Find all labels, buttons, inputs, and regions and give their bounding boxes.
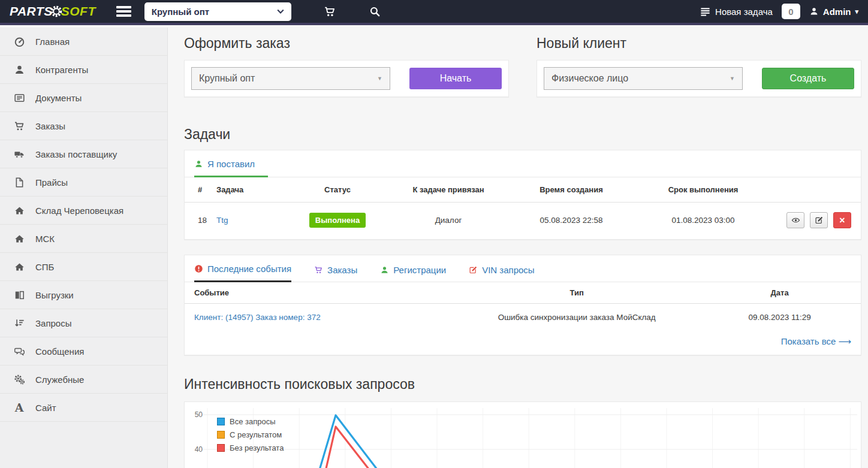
home-icon — [13, 261, 26, 273]
sidebar-item-service[interactable]: Служебные — [0, 366, 167, 394]
chevron-down-icon — [277, 9, 284, 14]
client-type-select[interactable]: Физическое лицо ▼ — [544, 67, 743, 90]
shop-select[interactable]: Крупный опт — [144, 2, 291, 21]
sidebar-item-msk[interactable]: МСК — [0, 225, 167, 253]
sort-icon — [13, 318, 26, 329]
task-count-badge[interactable]: 0 — [782, 4, 800, 19]
user-icon — [809, 7, 819, 16]
new-task-label: Новая задача — [715, 7, 773, 17]
legend-item-with-result[interactable]: С результатом — [217, 430, 284, 439]
shop-select-value: Крупный опт — [152, 7, 209, 17]
event-date: 09.08.2023 11:29 — [698, 304, 861, 337]
sidebar-item-pricelists[interactable]: Прайсы — [0, 168, 167, 197]
cart-icon[interactable] — [324, 5, 336, 18]
search-intensity-plot — [185, 402, 861, 468]
tab-i-assigned[interactable]: Я поставил — [194, 159, 268, 177]
sidebar-item-warehouse-cherepovetskaya[interactable]: Склад Череповецкая — [0, 197, 167, 225]
user-icon — [13, 64, 26, 76]
tab-vin-requests[interactable]: VIN запросы — [469, 264, 534, 282]
caret-down-icon: ▼ — [377, 76, 382, 81]
sidebar-nav: Главная Контрагенты Документы Заказы Зак… — [0, 28, 168, 468]
sidebar-item-messages[interactable]: Сообщения — [0, 337, 167, 366]
caret-down-icon: ▼ — [730, 76, 735, 81]
legend-swatch-blue — [217, 418, 225, 425]
sidebar-item-documents[interactable]: Документы — [0, 84, 167, 112]
delete-task-button[interactable]: × — [833, 212, 851, 228]
sidebar-item-exports[interactable]: Выгрузки — [0, 281, 167, 309]
tab-registrations[interactable]: Регистрации — [380, 264, 446, 282]
col-status: Статус — [278, 177, 397, 203]
quick-order-card: Крупный опт ▼ Начать — [184, 60, 509, 97]
admin-user-menu[interactable]: Admin ▾ — [809, 7, 858, 17]
tab-orders[interactable]: Заказы — [314, 264, 357, 282]
new-task-button[interactable]: Новая задача — [700, 6, 773, 17]
home-icon — [13, 233, 26, 244]
col-type: Тип — [455, 282, 698, 304]
eye-icon — [791, 216, 800, 225]
status-badge: Выполнена — [309, 213, 366, 228]
start-order-button[interactable]: Начать — [409, 68, 502, 89]
table-row: Клиент: (14957) Заказ номер: 372 Ошибка … — [185, 304, 861, 337]
sidebar-item-counterparties[interactable]: Контрагенты — [0, 56, 167, 84]
sidebar-item-spb[interactable]: СПБ — [0, 253, 167, 281]
tasks-table: # Задача Статус К задаче привязан Время … — [185, 177, 861, 239]
edit-task-button[interactable] — [810, 212, 828, 228]
sidebar-item-supplier-orders[interactable]: Заказы поставщику — [0, 140, 167, 168]
sidebar-item-requests[interactable]: Запросы — [0, 309, 167, 337]
top-header: PARTS SOFT Крупный опт Новая задача — [0, 0, 868, 25]
y-axis-tick-50: 50 — [187, 410, 203, 419]
task-created: 05.08.2023 22:58 — [499, 203, 643, 240]
legend-item-all-queries[interactable]: Все запросы — [217, 417, 284, 426]
create-client-button[interactable]: Создать — [762, 68, 854, 89]
file-icon — [13, 177, 26, 188]
documents-icon — [13, 92, 26, 104]
legend-item-no-result[interactable]: Без результата — [217, 443, 284, 452]
font-a-icon: A — [13, 402, 26, 413]
col-task: Задача — [212, 177, 278, 203]
tasks-card: Я поставил # Задача Статус К задаче прив… — [184, 150, 861, 240]
sidebar-item-site[interactable]: A Сайт — [0, 394, 167, 422]
home-icon — [13, 205, 26, 216]
view-task-button[interactable] — [786, 212, 804, 228]
new-client-title: Новый клиент — [537, 35, 861, 52]
col-id: # — [185, 177, 212, 203]
col-date: Дата — [698, 282, 861, 304]
order-type-select[interactable]: Крупный опт ▼ — [191, 67, 390, 90]
sidebar-item-orders[interactable]: Заказы — [0, 112, 167, 140]
table-row: 18 Ttg Выполнена Диалог 05.08.2023 22:58… — [185, 203, 861, 240]
caret-down-icon: ▾ — [855, 8, 858, 16]
admin-user-name: Admin — [823, 7, 851, 17]
truck-icon — [13, 149, 26, 160]
col-due: Срок выполнения — [643, 177, 763, 203]
task-due: 01.08.2023 03:00 — [643, 203, 763, 240]
dashboard-icon — [13, 36, 26, 47]
sidebar-item-home[interactable]: Главная — [0, 28, 167, 56]
legend-swatch-red — [217, 444, 225, 452]
tasks-title: Задачи — [184, 126, 861, 143]
event-type: Ошибка синхронизации заказа МойСклад — [455, 304, 698, 337]
brand-soft-text: SOFT — [61, 4, 96, 19]
event-link[interactable]: Клиент: (14957) Заказ номер: 372 — [194, 313, 321, 322]
show-all-link[interactable]: Показать все ⟶ — [781, 336, 851, 346]
quick-order-title: Оформить заказ — [184, 35, 509, 52]
task-link[interactable]: Ttg — [216, 216, 228, 225]
columns-icon — [13, 289, 26, 301]
search-icon[interactable] — [369, 5, 381, 18]
list-icon — [700, 6, 711, 17]
gears-icon — [13, 374, 26, 385]
new-client-card: Физическое лицо ▼ Создать — [537, 60, 861, 97]
tab-latest-events[interactable]: Последние события — [194, 264, 291, 282]
close-icon: × — [839, 216, 845, 225]
partssoft-dashboard: PARTS SOFT Крупный опт Новая задача — [0, 0, 868, 468]
comments-icon — [13, 346, 26, 357]
col-event: Событие — [185, 282, 455, 304]
search-intensity-chart: 50 40 Все запросы С результатом Без резу… — [184, 401, 861, 468]
alert-circle-icon — [194, 264, 203, 273]
y-axis-tick-40: 40 — [187, 445, 203, 454]
hamburger-menu-icon[interactable] — [116, 4, 131, 19]
user-icon — [194, 159, 203, 168]
col-linked: К задаче привязан — [397, 177, 499, 203]
cart-icon — [13, 120, 26, 132]
edit-icon — [469, 265, 478, 274]
legend-swatch-orange — [217, 431, 225, 439]
